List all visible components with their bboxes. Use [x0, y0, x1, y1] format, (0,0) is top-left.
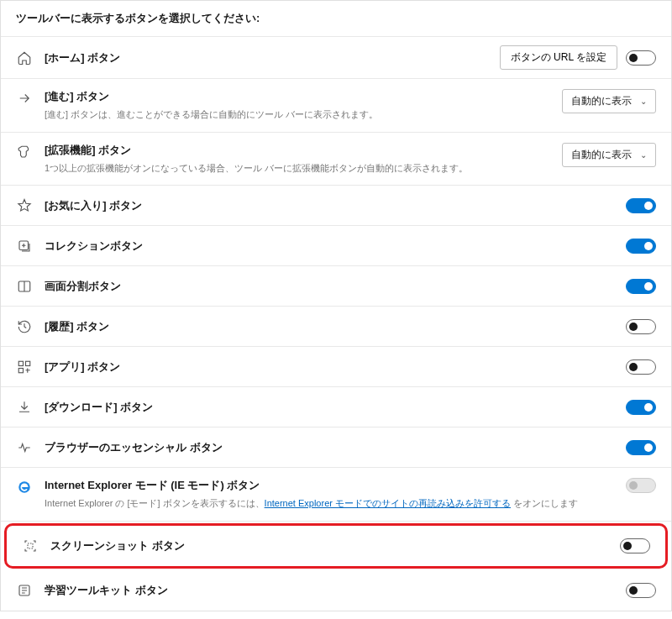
- immersive-title: 学習ツールキット ボタン: [45, 583, 614, 598]
- favorites-toggle[interactable]: [626, 198, 656, 213]
- internet-explorer-icon: [16, 479, 33, 496]
- history-title: [履歴] ボタン: [45, 319, 614, 334]
- row-forward: [進む] ボタン [進む] ボタンは、進むことができる場合に自動的にツール バー…: [1, 79, 671, 133]
- extensions-dropdown-label: 自動的に表示: [571, 148, 632, 162]
- downloads-icon: [16, 399, 33, 416]
- extensions-desc: 1つ以上の拡張機能がオンになっている場合、ツール バーに拡張機能ボタンが自動的に…: [45, 161, 550, 176]
- svg-rect-4: [18, 369, 23, 373]
- collections-icon: [16, 238, 33, 254]
- svg-rect-3: [26, 361, 30, 365]
- screenshot-title: スクリーンショット ボタン: [50, 538, 608, 553]
- splitscreen-title: 画面分割ボタン: [45, 279, 614, 294]
- row-home: [ホーム] ボタン ボタンの URL を設定: [1, 37, 671, 79]
- history-toggle[interactable]: [626, 319, 656, 334]
- extensions-icon: [16, 144, 33, 160]
- immersive-toggle[interactable]: [626, 583, 656, 598]
- favorites-icon: [16, 197, 33, 214]
- collections-toggle[interactable]: [626, 239, 656, 254]
- screenshot-toggle[interactable]: [620, 538, 650, 553]
- extensions-title: [拡張機能] ボタン: [45, 143, 550, 158]
- set-home-url-button[interactable]: ボタンの URL を設定: [500, 45, 617, 70]
- svg-rect-2: [18, 361, 23, 365]
- ie-mode-settings-link[interactable]: Internet Explorer モードでのサイトの再読み込みを許可する: [265, 498, 511, 508]
- collections-title: コレクションボタン: [45, 239, 614, 254]
- essentials-icon: [16, 439, 33, 456]
- favorites-title: [お気に入り] ボタン: [45, 198, 614, 213]
- splitscreen-icon: [16, 278, 33, 295]
- extensions-dropdown[interactable]: 自動的に表示 ⌄: [562, 143, 656, 167]
- ie-desc: Internet Explorer の [モード] ボタンを表示するには、Int…: [45, 496, 614, 511]
- essentials-toggle[interactable]: [626, 440, 656, 455]
- screenshot-icon: [22, 538, 39, 554]
- row-essentials: ブラウザーのエッセンシャル ボタン: [1, 428, 671, 468]
- panel-header: ツールバーに表示するボタンを選択してください:: [1, 1, 671, 37]
- row-screenshot: スクリーンショット ボタン: [7, 526, 665, 566]
- chevron-down-icon: ⌄: [640, 150, 647, 160]
- home-icon: [16, 50, 33, 66]
- apps-icon: [16, 359, 33, 375]
- forward-icon: [16, 90, 33, 107]
- home-title: [ホーム] ボタン: [45, 50, 488, 66]
- row-apps: [アプリ] ボタン: [1, 347, 671, 387]
- history-icon: [16, 318, 33, 335]
- ie-toggle: [626, 478, 656, 493]
- downloads-toggle[interactable]: [626, 400, 656, 415]
- forward-desc: [進む] ボタンは、進むことができる場合に自動的にツール バーに表示されます。: [45, 108, 550, 122]
- home-toggle[interactable]: [626, 50, 656, 66]
- svg-rect-6: [28, 543, 33, 548]
- downloads-title: [ダウンロード] ボタン: [45, 400, 614, 415]
- toolbar-buttons-panel: ツールバーに表示するボタンを選択してください: [ホーム] ボタン ボタンの U…: [0, 0, 672, 611]
- row-history: [履歴] ボタン: [1, 307, 671, 347]
- row-ie-mode: Internet Explorer モード (IE モード) ボタン Inter…: [1, 468, 671, 522]
- forward-dropdown[interactable]: 自動的に表示 ⌄: [562, 89, 656, 113]
- chevron-down-icon: ⌄: [640, 97, 647, 106]
- apps-title: [アプリ] ボタン: [45, 359, 614, 375]
- row-collections: コレクションボタン: [1, 226, 671, 266]
- row-immersive: 学習ツールキット ボタン: [1, 570, 671, 611]
- row-splitscreen: 画面分割ボタン: [1, 266, 671, 307]
- forward-dropdown-label: 自動的に表示: [571, 94, 632, 108]
- row-downloads: [ダウンロード] ボタン: [1, 387, 671, 428]
- essentials-title: ブラウザーのエッセンシャル ボタン: [45, 440, 614, 455]
- learning-toolkit-icon: [16, 582, 33, 599]
- highlight-box: スクリーンショット ボタン: [4, 523, 668, 569]
- apps-toggle[interactable]: [626, 359, 656, 375]
- forward-title: [進む] ボタン: [45, 89, 550, 104]
- row-favorites: [お気に入り] ボタン: [1, 186, 671, 226]
- ie-title: Internet Explorer モード (IE モード) ボタン: [45, 478, 614, 493]
- splitscreen-toggle[interactable]: [626, 279, 656, 294]
- row-extensions: [拡張機能] ボタン 1つ以上の拡張機能がオンになっている場合、ツール バーに拡…: [1, 133, 671, 186]
